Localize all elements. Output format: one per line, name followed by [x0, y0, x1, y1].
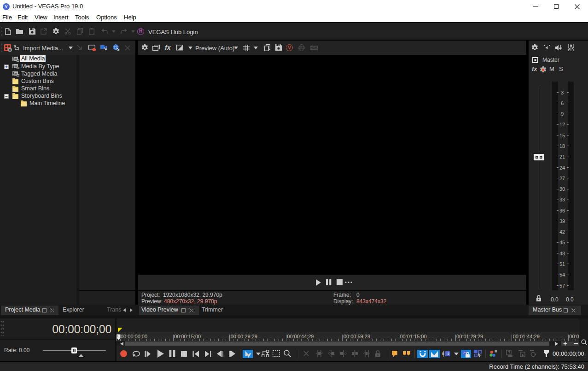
svg-text:360: 360: [299, 47, 303, 49]
